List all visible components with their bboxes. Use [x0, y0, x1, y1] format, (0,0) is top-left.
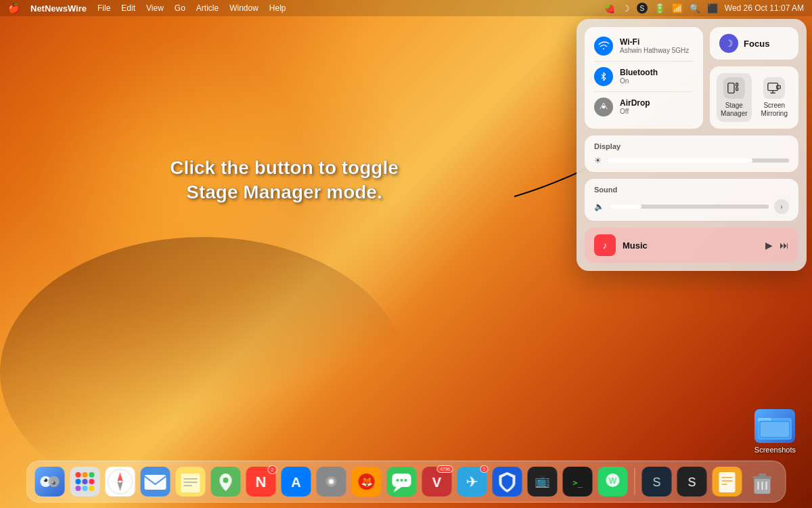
apple-menu[interactable]: 🍎 [8, 3, 20, 14]
svg-text:S: S [687, 475, 696, 489]
dock-news[interactable]: N 2 [245, 465, 277, 498]
svg-text:>_: >_ [572, 478, 583, 488]
screen-mirroring-button[interactable]: Screen Mirroring [757, 73, 792, 122]
svg-point-22 [89, 472, 95, 478]
airdrop-name: AirDrop [620, 98, 650, 108]
wifi-icon [594, 37, 613, 56]
dock-whatsapp[interactable]: W [597, 465, 629, 498]
display-slider[interactable] [607, 158, 789, 163]
dock-safari[interactable] [104, 465, 137, 498]
airdrop-sub: Off [620, 108, 650, 116]
screenshots-folder[interactable]: Screenshots [754, 409, 796, 454]
fast-forward-button[interactable]: ⏭ [780, 240, 789, 251]
svg-rect-37 [145, 475, 166, 490]
sound-label: Sound [594, 186, 789, 194]
dock-trash[interactable] [746, 465, 779, 498]
cc-wifi-item[interactable]: Wi-Fi Ashwin Hathway 5GHz [594, 34, 694, 58]
svg-point-61 [405, 479, 407, 482]
menubar-moon-icon[interactable]: ☽ [622, 3, 630, 14]
stage-manager-button[interactable]: Stage Manager [717, 73, 751, 122]
sound-slider-fill [610, 205, 641, 209]
menu-go[interactable]: Go [175, 3, 185, 13]
dock-telegram[interactable]: ✈ 5 [456, 465, 489, 498]
cc-focus-button[interactable]: ☽ Focus [710, 27, 798, 60]
play-button[interactable]: ▶ [765, 240, 773, 251]
svg-point-25 [89, 479, 95, 484]
annotation-text: Click the button to toggle Stage Manager… [149, 156, 420, 205]
svg-rect-4 [736, 83, 738, 87]
dock-vivaldi[interactable]: V 4796 [421, 465, 453, 498]
svg-rect-79 [719, 472, 736, 492]
cc-sound-section: Sound 🔈 › [585, 179, 798, 221]
display-slider-fill [607, 158, 752, 163]
stage-manager-label: Stage Manager [721, 102, 747, 118]
cc-top-right: ☽ Focus Stage Manager [710, 27, 798, 129]
desktop: 🍎 NetNewsWire File Edit View Go Article … [0, 0, 812, 508]
dock-firefox[interactable]: 🦊 [351, 465, 383, 498]
svg-text:W: W [609, 476, 617, 486]
focus-moon-icon: ☽ [719, 34, 738, 53]
cc-airdrop-item[interactable]: AirDrop Off [594, 91, 694, 119]
svg-text:N: N [256, 473, 267, 490]
menu-file[interactable]: File [97, 3, 110, 13]
svg-point-60 [401, 479, 403, 482]
dock-bitwarden[interactable] [491, 465, 524, 498]
sound-chevron-button[interactable]: › [774, 199, 789, 214]
airdrop-icon [594, 98, 613, 117]
dock-mail[interactable] [139, 465, 172, 498]
screenshots-folder-icon [754, 409, 795, 443]
dock-terminal[interactable]: >_ [562, 465, 594, 498]
dock-pages[interactable] [711, 465, 744, 498]
brightness-low-icon: ☀ [594, 156, 602, 165]
dock-appletv[interactable]: 📺 [526, 465, 559, 498]
svg-rect-3 [728, 83, 734, 93]
screen-mirroring-label: Screen Mirroring [761, 102, 788, 118]
dock-finder[interactable] [34, 465, 66, 498]
cc-display-section: Display ☀ [585, 135, 798, 172]
screenshots-folder-label: Screenshots [754, 446, 796, 454]
menubar: 🍎 NetNewsWire File Edit View Go Article … [0, 0, 812, 16]
svg-rect-5 [736, 87, 738, 91]
dock-launchpad[interactable] [69, 465, 102, 498]
cc-bluetooth-item[interactable]: Bluetooth On [594, 61, 694, 89]
dock-maps[interactable] [210, 465, 242, 498]
sound-slider[interactable] [610, 205, 769, 209]
svg-point-52 [330, 480, 334, 484]
svg-point-1 [603, 48, 604, 49]
menu-help[interactable]: Help [269, 3, 286, 13]
menu-edit[interactable]: Edit [121, 3, 135, 13]
dock-messages[interactable] [386, 465, 418, 498]
dock-sketchbook[interactable]: S [676, 465, 708, 498]
dock-notes[interactable] [175, 465, 207, 498]
svg-text:V: V [432, 475, 442, 490]
search-icon[interactable]: 🔍 [690, 3, 700, 14]
wifi-menubar-icon[interactable]: 📶 [672, 3, 683, 14]
svg-text:📺: 📺 [535, 473, 551, 488]
dock-steam[interactable]: S [641, 465, 673, 498]
menu-article[interactable]: Article [196, 3, 219, 13]
svg-rect-86 [759, 473, 767, 476]
control-center-icon[interactable]: ⬛ [707, 3, 718, 14]
menubar-s-icon[interactable]: S [637, 3, 648, 14]
dock-settings[interactable] [315, 465, 348, 498]
svg-text:🦊: 🦊 [361, 476, 373, 488]
bluetooth-sub: On [620, 77, 658, 85]
svg-point-44 [223, 478, 229, 483]
control-center-panel: Wi-Fi Ashwin Hathway 5GHz Bluetooth On [577, 19, 807, 271]
svg-point-27 [83, 486, 88, 491]
svg-point-28 [89, 486, 95, 491]
screen-mirroring-icon [763, 77, 785, 99]
airdrop-text: AirDrop Off [620, 98, 650, 116]
sound-low-icon: 🔈 [594, 202, 604, 211]
cc-network-section: Wi-Fi Ashwin Hathway 5GHz Bluetooth On [585, 27, 703, 129]
menu-window[interactable]: Window [229, 3, 258, 13]
dock-appstore[interactable]: A [280, 465, 313, 498]
display-slider-row: ☀ [594, 156, 789, 165]
cc-music-section: ♪ Music ▶ ⏭ [585, 228, 798, 263]
menubar-extra-icon[interactable]: 🍓 [604, 3, 615, 14]
menu-view[interactable]: View [146, 3, 164, 13]
display-label: Display [594, 142, 789, 150]
dock: N 2 A 🦊 [26, 461, 786, 503]
svg-text:S: S [652, 475, 660, 489]
cc-stage-mirror-row: Stage Manager Screen Mirroring [710, 66, 798, 129]
